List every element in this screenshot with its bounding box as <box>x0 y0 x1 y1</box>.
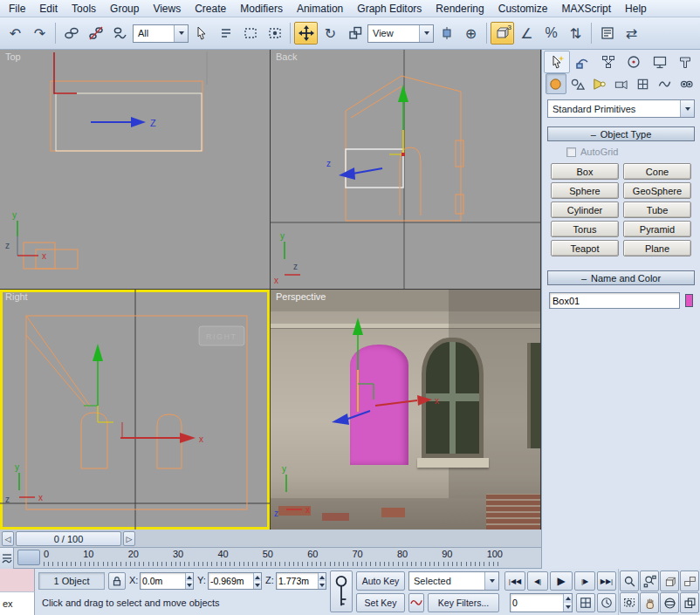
box-button[interactable]: Box <box>551 163 619 180</box>
spinner-snap-icon[interactable]: ⇅ <box>564 22 587 44</box>
x-spinner[interactable] <box>185 573 193 589</box>
pan-hand-icon[interactable] <box>640 592 659 613</box>
play-icon[interactable]: ▶ <box>550 571 573 591</box>
x-coord-input[interactable] <box>141 576 185 586</box>
maxscript-listener-pane[interactable]: ex <box>0 592 35 615</box>
menu-edit[interactable]: Edit <box>32 1 65 17</box>
named-selection-sets-icon[interactable] <box>595 22 619 44</box>
menu-group[interactable]: Group <box>103 1 146 17</box>
object-type-rollout[interactable]: – Object Type <box>547 126 695 141</box>
object-color-swatch[interactable] <box>685 294 693 307</box>
dropdown-arrow-icon[interactable] <box>680 100 694 117</box>
move-gizmo[interactable]: z <box>326 85 408 180</box>
go-to-end-icon[interactable]: ▶▶| <box>597 571 616 591</box>
z-spinner[interactable] <box>318 573 326 589</box>
zoom-extents-icon[interactable] <box>660 571 679 591</box>
pyramid-button[interactable]: Pyramid <box>623 221 691 237</box>
select-and-rotate-icon[interactable]: ↻ <box>319 22 342 44</box>
move-gizmo[interactable]: x <box>84 344 203 444</box>
field-of-view-icon[interactable] <box>620 592 639 613</box>
time-slider-prev-icon[interactable]: ◁ <box>2 531 14 546</box>
cone-button[interactable]: Cone <box>623 163 691 180</box>
time-slider-track[interactable]: ◁ 0 / 100 ▷ <box>0 530 541 548</box>
tab-modify-icon[interactable] <box>570 51 596 73</box>
z-coord-input[interactable] <box>277 576 318 586</box>
menu-rendering[interactable]: Rendering <box>429 1 491 17</box>
select-by-name-icon[interactable] <box>214 22 237 44</box>
use-pivot-center-icon[interactable] <box>435 22 458 44</box>
tab-utilities-icon[interactable] <box>673 51 699 73</box>
rectangular-selection-region-icon[interactable] <box>238 22 262 44</box>
tab-display-icon[interactable] <box>647 51 673 73</box>
y-coord-field[interactable] <box>208 572 262 590</box>
autogrid-checkbox[interactable] <box>566 147 576 157</box>
viewport-top-label[interactable]: Top <box>5 51 21 62</box>
maximize-viewport-toggle-icon[interactable] <box>680 592 699 613</box>
move-gizmo[interactable]: x <box>332 318 439 425</box>
mirror-icon[interactable]: ⇄ <box>620 22 643 44</box>
select-and-link-icon[interactable] <box>59 22 83 44</box>
viewport-right-label[interactable]: Right <box>5 291 28 302</box>
new-key-curve-icon[interactable] <box>408 593 424 612</box>
zoom-icon[interactable] <box>620 571 639 591</box>
window-crossing-icon[interactable] <box>263 22 286 44</box>
x-coord-field[interactable] <box>140 572 194 590</box>
key-mode-dropdown[interactable]: Selected <box>408 571 499 591</box>
category-shapes-icon[interactable] <box>567 73 588 94</box>
time-slider-handle[interactable]: 0 / 100 <box>16 531 121 546</box>
y-coord-input[interactable] <box>209 576 253 586</box>
zoom-all-icon[interactable] <box>640 571 659 591</box>
next-frame-icon[interactable]: |▶ <box>574 571 595 591</box>
y-spinner[interactable] <box>253 573 261 589</box>
category-space-warps-icon[interactable] <box>654 73 675 94</box>
plane-button[interactable]: Plane <box>623 240 691 256</box>
teapot-button[interactable]: Teapot <box>551 240 619 256</box>
z-coord-field[interactable] <box>276 572 326 590</box>
selection-filter-dropdown[interactable]: All <box>133 24 189 43</box>
go-to-start-icon[interactable]: |◀◀ <box>504 571 525 591</box>
dropdown-arrow-icon[interactable] <box>174 25 188 42</box>
key-filters-button[interactable]: Key Filters... <box>428 593 499 612</box>
viewport-perspective-label[interactable]: Perspective <box>276 291 326 302</box>
object-name-input[interactable] <box>549 292 680 309</box>
menu-help[interactable]: Help <box>618 1 654 17</box>
dropdown-arrow-icon[interactable] <box>419 25 433 42</box>
cylinder-button[interactable]: Cylinder <box>551 202 619 218</box>
category-systems-icon[interactable] <box>676 73 697 94</box>
macro-recorder-pane[interactable] <box>0 569 35 592</box>
select-and-scale-icon[interactable] <box>343 22 367 44</box>
menu-create[interactable]: Create <box>188 1 233 17</box>
menu-tools[interactable]: Tools <box>65 1 103 17</box>
redo-icon[interactable]: ↷ <box>28 22 51 44</box>
undo-icon[interactable]: ↶ <box>3 22 27 44</box>
tab-hierarchy-icon[interactable] <box>595 51 621 73</box>
viewport-back[interactable]: Back z <box>271 50 540 289</box>
select-object-icon[interactable] <box>189 22 213 44</box>
category-helpers-icon[interactable] <box>632 73 653 94</box>
reference-coordinate-dropdown[interactable]: View <box>367 24 434 43</box>
menu-modifiers[interactable]: Modifiers <box>233 1 290 17</box>
key-mode-toggle-icon[interactable] <box>576 593 595 612</box>
menu-animation[interactable]: Animation <box>290 1 350 17</box>
viewport-back-label[interactable]: Back <box>276 51 297 62</box>
auto-key-button[interactable]: Auto Key <box>356 571 405 591</box>
arc-rotate-icon[interactable] <box>660 592 679 613</box>
primitives-category-dropdown[interactable]: Standard Primitives <box>547 99 695 118</box>
tab-motion-icon[interactable] <box>621 51 648 73</box>
tab-create-icon[interactable] <box>544 51 570 73</box>
set-key-button[interactable]: Set Key <box>356 593 405 612</box>
category-geometry-icon[interactable] <box>546 73 566 94</box>
percent-snap-icon[interactable]: % <box>539 22 563 44</box>
viewport-top[interactable]: Top Z y z x <box>0 50 270 289</box>
sphere-button[interactable]: Sphere <box>551 182 619 199</box>
select-and-manipulate-icon[interactable]: ⊕ <box>459 22 483 44</box>
menu-customize[interactable]: Customize <box>491 1 555 17</box>
track-bar[interactable]: 0 10 20 30 40 50 60 70 80 90 100 <box>0 548 541 569</box>
bind-to-space-warp-icon[interactable] <box>108 22 132 44</box>
geosphere-button[interactable]: GeoSphere <box>623 182 691 199</box>
dropdown-arrow-icon[interactable] <box>484 572 498 590</box>
viewport-right[interactable]: Right RIGHT <box>0 290 270 530</box>
tube-button[interactable]: Tube <box>623 202 691 218</box>
torus-button[interactable]: Torus <box>551 221 619 237</box>
snaps-toggle-icon[interactable]: 3 <box>491 22 514 44</box>
